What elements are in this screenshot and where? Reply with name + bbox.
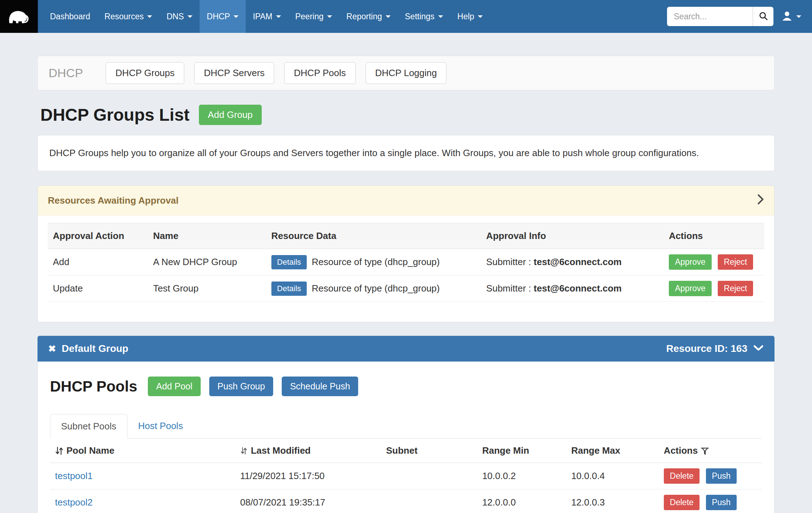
brand-logo[interactable] xyxy=(0,0,38,33)
pool-name-cell: testpool2 xyxy=(50,489,235,513)
search-input[interactable] xyxy=(667,7,753,26)
chevron-down-icon xyxy=(386,15,391,18)
approval-panel-title: Resources Awaiting Approval xyxy=(48,195,179,206)
mammoth-logo-icon xyxy=(5,2,32,31)
approval-table: Approval Action Name Resource Data Appro… xyxy=(48,223,764,302)
resource-id-label: Resource ID: 163 xyxy=(666,343,747,354)
nav-menu: Dashboard Resources DNS DHCP IPAM Peerin… xyxy=(43,0,490,33)
approval-name-cell: Test Group xyxy=(148,275,266,302)
pool-row: testpool1 11/29/2021 15:17:50 10.0.0.2 1… xyxy=(50,463,762,489)
push-group-button[interactable]: Push Group xyxy=(209,377,273,396)
user-menu[interactable] xyxy=(781,10,801,23)
tab-subnet-pools[interactable]: Subnet Pools xyxy=(50,414,127,439)
nav-item-reporting[interactable]: Reporting xyxy=(339,0,398,33)
dhcp-section-title: DHCP xyxy=(49,66,83,80)
chevron-down-icon xyxy=(478,15,483,18)
col-pool-name: Pool Name xyxy=(50,439,235,463)
reject-button[interactable]: Reject xyxy=(718,281,753,296)
dhcp-groups-button[interactable]: DHCP Groups xyxy=(106,62,184,84)
group-panel-body: DHCP Pools Add Pool Push Group Schedule … xyxy=(37,362,775,513)
add-pool-button[interactable]: Add Pool xyxy=(148,377,200,396)
pools-title: DHCP Pools xyxy=(50,378,137,395)
navbar-right xyxy=(667,0,812,33)
pool-name-link[interactable]: testpool2 xyxy=(55,497,93,508)
push-button[interactable]: Push xyxy=(706,468,737,484)
pool-name-cell: testpool1 xyxy=(50,463,235,489)
last-modified-cell: 11/29/2021 15:17:50 xyxy=(235,463,381,489)
last-modified-cell: 08/07/2021 19:35:17 xyxy=(235,489,381,513)
group-title: Default Group xyxy=(62,343,129,354)
filter-icon[interactable] xyxy=(701,447,709,455)
nav-item-help[interactable]: Help xyxy=(450,0,490,33)
group-panel-header: ✖ Default Group Resource ID: 163 xyxy=(37,336,775,362)
approval-row: Update Test Group Details Resource of ty… xyxy=(48,275,764,302)
search-button[interactable] xyxy=(753,7,773,26)
range-min-cell: 10.0.0.2 xyxy=(477,463,566,489)
dhcp-pools-button[interactable]: DHCP Pools xyxy=(284,62,355,84)
group-panel: ✖ Default Group Resource ID: 163 DHCP Po… xyxy=(37,336,775,513)
schedule-push-button[interactable]: Schedule Push xyxy=(282,377,358,396)
approval-panel-body: Approval Action Name Resource Data Appro… xyxy=(38,216,774,322)
nav-item-ipam[interactable]: IPAM xyxy=(246,0,288,33)
col-last-modified: Last Modified xyxy=(235,439,381,463)
delete-button[interactable]: Delete xyxy=(664,468,700,484)
approval-actions-cell: Approve Reject xyxy=(664,275,764,302)
nav-item-dashboard[interactable]: Dashboard xyxy=(43,0,97,33)
dhcp-logging-button[interactable]: DHCP Logging xyxy=(366,62,447,84)
reject-button[interactable]: Reject xyxy=(718,254,753,270)
page-title: DHCP Groups List xyxy=(40,105,190,125)
pools-heading-row: DHCP Pools Add Pool Push Group Schedule … xyxy=(50,377,762,396)
pools-table: Pool Name Last Modified Subnet xyxy=(50,439,762,513)
nav-item-settings[interactable]: Settings xyxy=(398,0,450,33)
range-max-cell: 12.0.0.3 xyxy=(566,489,659,513)
subnet-cell xyxy=(381,489,477,513)
collapse-chevron-down-icon[interactable] xyxy=(753,343,764,354)
approval-info-cell: Submitter : test@6connect.com xyxy=(481,249,664,275)
range-max-cell: 10.0.0.4 xyxy=(566,463,659,489)
subnet-cell xyxy=(381,463,477,489)
approval-action-cell: Add xyxy=(48,249,148,275)
sort-icon[interactable] xyxy=(55,446,64,455)
pools-header-row: Pool Name Last Modified Subnet xyxy=(50,439,762,463)
search-icon xyxy=(758,11,768,22)
approval-resource-cell: Details Resource of type (dhcp_group) xyxy=(266,249,481,275)
approve-button[interactable]: Approve xyxy=(669,254,712,270)
nav-item-dns[interactable]: DNS xyxy=(159,0,200,33)
dhcp-servers-button[interactable]: DHCP Servers xyxy=(194,62,274,84)
nav-item-resources[interactable]: Resources xyxy=(97,0,160,33)
top-navbar: Dashboard Resources DNS DHCP IPAM Peerin… xyxy=(0,0,812,33)
col-subnet: Subnet xyxy=(381,439,477,463)
collapse-chevron-right-icon[interactable] xyxy=(757,194,764,208)
col-approval-info: Approval Info xyxy=(481,223,664,249)
chevron-down-icon xyxy=(234,15,239,18)
pool-name-link[interactable]: testpool1 xyxy=(55,470,93,481)
approval-header-row: Approval Action Name Resource Data Appro… xyxy=(48,223,764,249)
push-button[interactable]: Push xyxy=(706,495,737,510)
pool-actions-cell: Delete Push xyxy=(659,463,762,489)
add-group-button[interactable]: Add Group xyxy=(199,105,262,125)
approval-resource-cell: Details Resource of type (dhcp_group) xyxy=(266,275,481,302)
col-range-max: Range Max xyxy=(566,439,659,463)
approval-action-cell: Update xyxy=(48,275,148,302)
col-pool-actions: Actions xyxy=(659,439,762,463)
nav-item-dhcp[interactable]: DHCP xyxy=(200,0,246,33)
resource-data-text: Resource of type (dhcp_group) xyxy=(312,256,440,268)
user-icon xyxy=(781,10,793,23)
delete-button[interactable]: Delete xyxy=(664,495,700,510)
approve-button[interactable]: Approve xyxy=(669,281,712,296)
nav-item-peering[interactable]: Peering xyxy=(288,0,339,33)
tab-host-pools[interactable]: Host Pools xyxy=(127,414,194,438)
dhcp-section-bar: DHCP DHCP Groups DHCP Servers DHCP Pools… xyxy=(37,56,775,90)
details-button[interactable]: Details xyxy=(271,255,307,269)
chevron-down-icon xyxy=(187,15,192,18)
close-icon[interactable]: ✖ xyxy=(48,343,56,354)
chevron-down-icon xyxy=(796,15,801,18)
approval-panel: Resources Awaiting Approval Approval Act… xyxy=(37,185,775,322)
col-actions: Actions xyxy=(664,223,764,249)
details-button[interactable]: Details xyxy=(271,282,307,296)
col-name: Name xyxy=(148,223,266,249)
search-group xyxy=(667,7,773,26)
pool-row: testpool2 08/07/2021 19:35:17 12.0.0.0 1… xyxy=(50,489,762,513)
sort-icon[interactable] xyxy=(240,446,248,455)
range-min-cell: 12.0.0.0 xyxy=(477,489,566,513)
